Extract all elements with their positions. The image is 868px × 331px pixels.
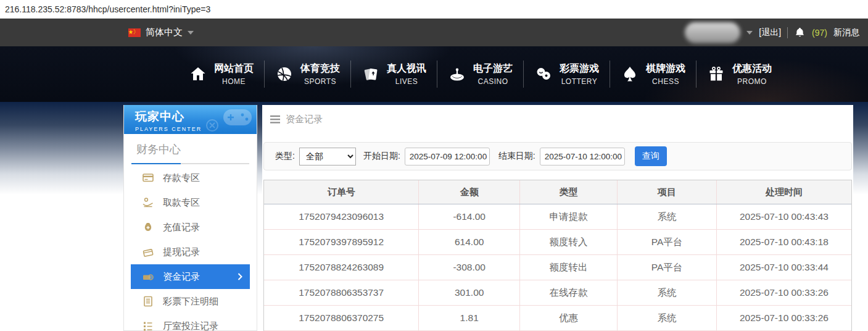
table-header-row: 订单号 金额 类型 项目 处理时间 [264, 180, 851, 204]
nav-divider [523, 61, 524, 88]
nav-divider [696, 61, 696, 88]
nav-label-zh: 网站首页 [214, 62, 254, 75]
cell-project: 系统 [618, 280, 717, 305]
sidebar-item-withdraw-record[interactable]: 提现记录 [131, 240, 250, 264]
nav-label-en: HOME [222, 77, 246, 86]
nav-divider [437, 61, 437, 88]
language-caret-icon [188, 31, 194, 35]
col-header-order-no: 订单号 [264, 180, 419, 204]
nav-divider [610, 61, 610, 88]
hamburger-icon[interactable] [270, 115, 280, 124]
section-title: 财务中心 [131, 143, 249, 156]
message-count[interactable]: (97) [812, 28, 827, 38]
cell-amount: -308.00 [419, 255, 520, 280]
table-row: 1752078806353737 301.00 在线存款 系统 2025-07-… [264, 280, 851, 306]
message-label[interactable]: 新消息 [833, 27, 859, 38]
filter-bar: 类型: 全部 开始日期: 结束日期: 查询 [263, 142, 852, 170]
gift-icon [707, 65, 725, 83]
cell-project: 系统 [618, 204, 717, 229]
nav-label-en: CASINO [477, 77, 508, 86]
col-header-time: 处理时间 [717, 180, 851, 204]
url-bar[interactable]: 216.118.235.52:8783/hhcp/usercenter.html… [0, 0, 868, 19]
nav-label-zh: 体育竞技 [300, 62, 340, 75]
table-row: 1752079397895912 614.00 额度转入 PA平台 2025-0… [264, 230, 851, 255]
nav-divider [264, 61, 265, 88]
cell-amount: -614.00 [419, 204, 520, 229]
end-date-input[interactable] [540, 148, 625, 166]
cell-time: 2025-07-10 00:33:44 [717, 255, 851, 280]
funds-table: 订单号 金额 类型 项目 处理时间 1752079423096013 -614.… [263, 180, 852, 331]
url-text[interactable]: 216.118.235.52:8783/hhcp/usercenter.html… [5, 4, 210, 14]
col-header-project: 项目 [618, 180, 717, 204]
sidebar-item-recharge-record[interactable]: 充值记录 [131, 215, 250, 240]
cell-type: 申请提款 [520, 204, 618, 229]
sidebar-item-deposit[interactable]: 存款专区 [131, 166, 250, 190]
funds-icon [142, 270, 154, 283]
logout-button[interactable]: [退出] [759, 27, 781, 38]
cell-order-no: 1752078824263089 [264, 255, 419, 280]
sidebar-item-funds-record[interactable]: 资金记录 [131, 264, 250, 289]
nav-label-zh: 彩票游戏 [560, 62, 599, 75]
end-date-label: 结束日期: [498, 151, 535, 162]
table-row: 1752079423096013 -614.00 申请提款 系统 2025-07… [264, 204, 851, 230]
language-label[interactable]: 简体中文 [146, 27, 183, 38]
breadcrumb: 资金记录 [262, 105, 853, 133]
sidebar: 玩家中心 PLAYERS CENTER 财务中心 [123, 105, 257, 331]
wallet-icon [142, 246, 154, 258]
nav-item-promo[interactable]: 优惠活动 PROMO [707, 62, 772, 86]
nav-label-zh: 棋牌游戏 [646, 62, 685, 75]
sidebar-item-label: 资金记录 [163, 271, 200, 283]
cell-amount: 614.00 [419, 230, 520, 254]
cell-type: 优惠 [520, 306, 618, 330]
type-select[interactable]: 全部 [299, 148, 356, 166]
username-blurred[interactable] [685, 22, 740, 43]
home-icon [189, 65, 207, 83]
main-content: 资金记录 类型: 全部 开始日期: 结束日期: 查询 订单号 金额 类型 项目 … [262, 105, 853, 331]
table-row: 1752078806370275 1.81 优惠 系统 2025-07-10 0… [264, 306, 851, 331]
nav-item-casino[interactable]: 电子游艺 CASINO [448, 62, 513, 86]
main-nav: 网站首页 HOME 体育竞技 SPORTS 真人视讯 [0, 46, 868, 102]
nav-item-lives[interactable]: 真人视讯 LIVES [362, 62, 426, 86]
nav-label-en: LOTTERY [561, 77, 598, 86]
nav-label-en: PROMO [737, 77, 767, 86]
cell-type: 在线存款 [520, 280, 618, 305]
sidebar-item-withdraw[interactable]: 取款专区 [131, 190, 250, 215]
cell-time: 2025-07-10 00:33:26 [717, 306, 851, 330]
bell-icon[interactable] [794, 27, 806, 39]
sidebar-item-room-bets[interactable]: 厅室投注记录 [131, 314, 250, 331]
nav-label-zh: 真人视讯 [387, 62, 426, 75]
nav-item-lottery[interactable]: 彩票游戏 LOTTERY [534, 62, 599, 86]
basketball-icon [275, 65, 294, 83]
cell-order-no: 1752078806353737 [264, 280, 419, 305]
start-date-label: 开始日期: [363, 151, 400, 162]
sidebar-item-label: 厅室投注记录 [163, 321, 218, 331]
table-row: 1752078824263089 -308.00 额度转出 PA平台 2025-… [264, 255, 851, 280]
type-label: 类型: [275, 151, 295, 162]
start-date-input[interactable] [405, 148, 490, 166]
cell-project: PA平台 [618, 255, 717, 280]
language-selector[interactable]: 简体中文 [128, 27, 194, 38]
sidebar-item-label: 彩票下注明细 [163, 296, 218, 308]
deposit-card-icon [142, 172, 154, 184]
withdraw-hand-icon [142, 196, 154, 209]
nav-item-chess[interactable]: 棋牌游戏 CHESS [621, 62, 685, 86]
cell-time: 2025-07-10 00:43:43 [717, 204, 851, 229]
sidebar-item-lottery-bets[interactable]: 彩票下注明细 [131, 289, 250, 314]
playing-cards-icon [362, 65, 380, 83]
nav-divider [350, 61, 351, 88]
query-button[interactable]: 查询 [635, 146, 667, 166]
cell-order-no: 1752079397895912 [264, 230, 419, 254]
cell-amount: 301.00 [419, 280, 520, 305]
cell-project: PA平台 [618, 230, 717, 254]
spade-icon [621, 65, 639, 83]
sidebar-item-label: 存款专区 [163, 172, 200, 184]
nav-item-sports[interactable]: 体育竞技 SPORTS [275, 62, 340, 86]
sidebar-menu: 存款专区 取款专区 充值记录 [124, 164, 257, 331]
cell-type: 额度转入 [520, 230, 618, 254]
breadcrumb-label: 资金记录 [286, 114, 323, 125]
nav-item-home[interactable]: 网站首页 HOME [189, 62, 254, 86]
list-icon [142, 320, 154, 331]
roulette-icon [448, 65, 466, 83]
nav-label-zh: 电子游艺 [473, 62, 513, 75]
sidebar-item-label: 取款专区 [163, 197, 200, 209]
